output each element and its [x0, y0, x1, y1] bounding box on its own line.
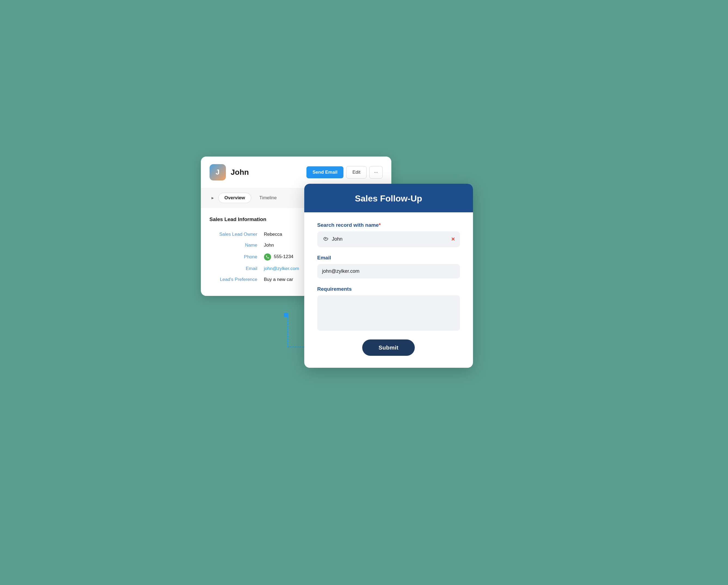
modal-body: Search record with name* John ✕ Email jo…	[304, 212, 473, 368]
handshake-icon	[322, 235, 329, 244]
phone-icon	[264, 253, 271, 260]
more-button[interactable]: ···	[369, 166, 382, 179]
followup-modal: Sales Follow-Up Search record with name*…	[304, 184, 473, 368]
submit-btn-wrapper: Submit	[317, 339, 460, 356]
email-input-wrapper[interactable]: john@zylker.com	[317, 264, 460, 278]
field-label-sales-lead-owner: Sales Lead Owner	[210, 229, 264, 240]
modal-header: Sales Follow-Up	[304, 184, 473, 212]
field-label-phone: Phone	[210, 251, 264, 263]
search-input-wrapper[interactable]: John ✕	[317, 231, 460, 247]
avatar: J	[210, 164, 226, 180]
requirements-textarea[interactable]	[317, 295, 460, 331]
connector-dot-left	[284, 313, 288, 317]
connector-vertical	[287, 314, 288, 347]
contact-name: John	[231, 168, 302, 177]
email-label: Email	[317, 255, 460, 261]
field-label-name: Name	[210, 240, 264, 251]
modal-title: Sales Follow-Up	[317, 194, 460, 204]
crm-header: J John Send Email Edit ···	[201, 156, 391, 188]
tab-toggle-icon[interactable]: ►	[210, 195, 216, 201]
header-buttons: Send Email Edit ···	[307, 166, 382, 179]
field-label-preference: Lead's Preference	[210, 274, 264, 285]
send-email-button[interactable]: Send Email	[307, 166, 343, 178]
clear-icon[interactable]: ✕	[451, 236, 455, 242]
tab-timeline[interactable]: Timeline	[253, 193, 283, 203]
tab-overview[interactable]: Overview	[218, 193, 252, 203]
search-label: Search record with name*	[317, 222, 460, 228]
email-input-text: john@zylker.com	[322, 269, 360, 274]
requirements-label: Requirements	[317, 286, 460, 292]
required-asterisk: *	[379, 222, 381, 228]
edit-button[interactable]: Edit	[346, 166, 367, 179]
search-input-text: John	[332, 236, 448, 242]
submit-button[interactable]: Submit	[362, 339, 415, 356]
field-label-email: Email	[210, 263, 264, 274]
